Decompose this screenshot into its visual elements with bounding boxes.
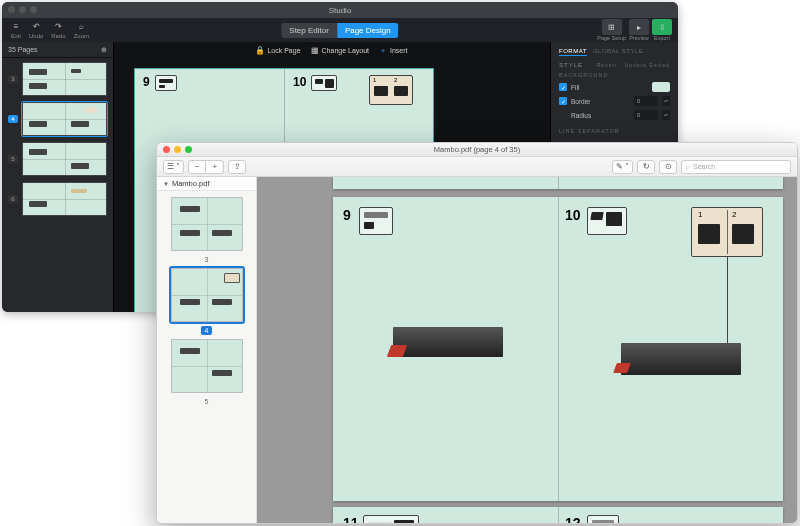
page-thumb[interactable] — [22, 102, 107, 136]
radius-stepper[interactable]: ▴▾ — [662, 110, 670, 120]
undo-button[interactable]: ↶Undo — [26, 22, 46, 39]
border-stepper[interactable]: ▴▾ — [662, 96, 670, 106]
fill-label: Fill — [571, 84, 579, 91]
document-name: Mambo.pdf — [172, 179, 210, 188]
zoom-in-button[interactable]: + — [206, 160, 224, 174]
lock-icon: 🔒 — [256, 46, 264, 54]
fill-row: ✓ Fill — [559, 82, 670, 92]
page-slice-top — [333, 177, 783, 189]
preview-sidebar: ▼Mambo.pdf 3 4 5 — [157, 177, 257, 523]
preview-button[interactable]: ▸ — [629, 19, 649, 35]
disclosure-icon: ▼ — [163, 181, 169, 187]
tab-page-design[interactable]: Page Design — [337, 23, 399, 38]
redo-button[interactable]: ↷Redo — [48, 22, 68, 39]
change-layout-button[interactable]: ▦Change Layout — [311, 46, 369, 54]
radius-input[interactable]: 0 — [634, 110, 658, 120]
revert-link[interactable]: Revert — [597, 62, 618, 68]
insert-button[interactable]: ＋Insert — [379, 46, 408, 54]
add-page-icon[interactable]: ⊕ — [101, 46, 107, 54]
page-thumb[interactable] — [22, 182, 107, 216]
studio-sidebar: 35 Pages ⊕ 3 4 5 6 — [2, 42, 114, 312]
update-link[interactable]: Update Embed — [625, 62, 670, 68]
preview-title: Mambo.pdf (page 4 of 35) — [434, 145, 520, 154]
background-label: BACKGROUND — [559, 72, 670, 78]
preview-window: Mambo.pdf (page 4 of 35) ☰ ˅ − + ⇪ ✎ ˅ ↻… — [156, 142, 798, 524]
export-button[interactable]: ⇩ — [652, 19, 672, 35]
border-input[interactable]: 0 — [634, 96, 658, 106]
studio-title: Studio — [329, 6, 352, 15]
border-checkbox[interactable]: ✓ — [559, 97, 567, 105]
step-number: 10 — [565, 207, 581, 223]
fill-checkbox[interactable]: ✓ — [559, 83, 567, 91]
step-number: 11 — [343, 515, 359, 523]
page-thumb-row[interactable]: 4 — [8, 102, 107, 136]
page-num-badge: 5 — [8, 155, 18, 163]
model-view — [393, 327, 503, 357]
redo-icon: ↷ — [54, 22, 64, 32]
search-placeholder: Search — [693, 163, 715, 170]
undo-icon: ↶ — [31, 22, 41, 32]
minimize-button[interactable] — [174, 146, 181, 153]
lock-page-button[interactable]: 🔒Lock Page — [256, 46, 300, 54]
page-setup-button[interactable]: ⊞ — [602, 19, 622, 35]
page-thumb[interactable] — [22, 62, 107, 96]
sub-step-num: 2 — [732, 210, 736, 219]
sub-step-num: 1 — [698, 210, 702, 219]
studio-traffic-lights — [8, 6, 37, 13]
search-icon: ⌕ — [686, 163, 690, 170]
page-thumb[interactable] — [22, 142, 107, 176]
model-view — [621, 343, 741, 375]
studio-titlebar: Studio — [2, 2, 678, 18]
zoom-button[interactable]: ⌕Zoom — [71, 22, 92, 39]
border-row: ✓ Border 0 ▴▾ — [559, 96, 670, 106]
page-thumb-row[interactable]: 5 — [8, 142, 107, 176]
markup-button[interactable]: ✎ ˅ — [612, 160, 633, 174]
page-label: 3 — [201, 255, 213, 264]
page-main: 9 10 1 2 — [333, 197, 783, 501]
border-label: Border — [571, 98, 591, 105]
close-button[interactable] — [163, 146, 170, 153]
canvas-tools: 🔒Lock Page ▦Change Layout ＋Insert — [256, 46, 407, 54]
zoom-out-button[interactable]: − — [188, 160, 206, 174]
style-section: STYLE Revert · Update Embed — [559, 62, 670, 68]
parts-callout[interactable] — [311, 75, 337, 91]
exit-button[interactable]: ≡Exit — [8, 22, 24, 39]
sub-step-num: 1 — [373, 77, 376, 83]
preview-sidebar-header[interactable]: ▼Mambo.pdf — [157, 177, 256, 191]
layout-icon: ▦ — [311, 46, 319, 54]
search-icon: ⌕ — [76, 22, 86, 32]
rotate-button[interactable]: ↻ — [637, 160, 655, 174]
step-number: 10 — [293, 75, 306, 89]
page-thumb-row[interactable]: 3 — [8, 62, 107, 96]
tab-format[interactable]: FORMAT — [559, 48, 587, 56]
plus-icon: ＋ — [379, 46, 387, 54]
radius-label: Radius — [571, 112, 591, 119]
sidebar-toggle[interactable]: ☰ ˅ — [163, 160, 184, 174]
page-thumb[interactable] — [171, 197, 243, 251]
page-slice-bottom: 11 12 — [333, 507, 783, 523]
tab-step-editor[interactable]: Step Editor — [281, 23, 337, 38]
inspector-tabs: FORMAT GLOBAL STYLE — [559, 48, 670, 56]
preview-titlebar: Mambo.pdf (page 4 of 35) — [157, 143, 797, 157]
line-sep-label: LINE SEPARATOR — [559, 128, 670, 134]
step-number: 9 — [143, 75, 150, 89]
preview-canvas[interactable]: 9 10 1 2 — [257, 177, 797, 523]
search-field[interactable]: ⌕ Search — [681, 160, 791, 174]
page-label: 4 — [201, 326, 213, 335]
preview-traffic-lights — [163, 146, 192, 153]
share-button[interactable]: ⇪ — [228, 160, 246, 174]
step-number: 12 — [565, 515, 581, 523]
fill-swatch[interactable] — [652, 82, 670, 92]
sub-callout[interactable]: 1 2 — [369, 75, 413, 105]
zoom-button[interactable] — [185, 146, 192, 153]
tab-global-style[interactable]: GLOBAL STYLE — [593, 48, 643, 56]
page-thumb[interactable] — [171, 268, 243, 322]
page-thumb-row[interactable]: 6 — [8, 182, 107, 216]
page-count-label: 35 Pages — [8, 46, 38, 53]
parts-callout — [359, 207, 393, 235]
annotate-button[interactable]: ⊙ — [659, 160, 677, 174]
parts-callout[interactable] — [155, 75, 177, 91]
step-number: 9 — [343, 207, 351, 223]
page-thumb[interactable] — [171, 339, 243, 393]
parts-callout — [587, 515, 619, 523]
